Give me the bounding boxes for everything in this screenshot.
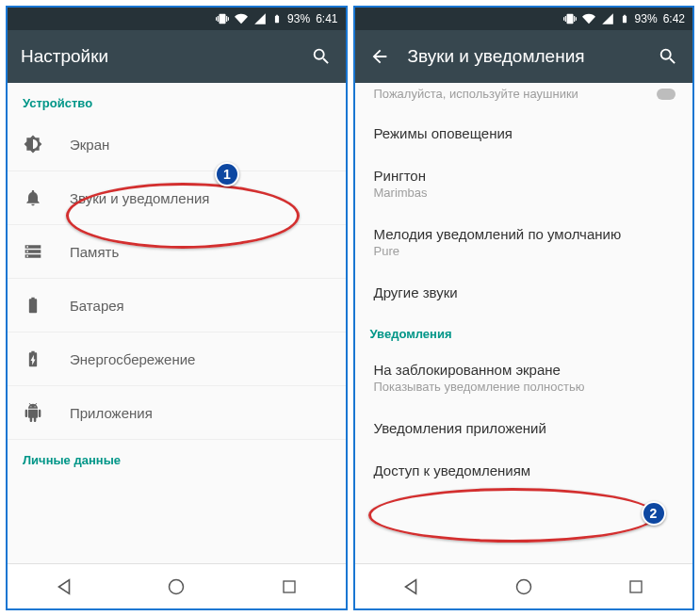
callout-badge-1: 1 bbox=[215, 162, 239, 186]
item-display[interactable]: Экран bbox=[8, 118, 346, 171]
item-storage[interactable]: Память bbox=[8, 225, 346, 279]
signal-icon bbox=[601, 12, 614, 25]
nav-recent[interactable] bbox=[276, 574, 302, 600]
vibrate-icon bbox=[216, 12, 229, 25]
item-notif-sound[interactable]: Мелодия уведомлений по умолчанию Pure bbox=[355, 213, 693, 271]
item-value: Marimbas bbox=[374, 186, 675, 200]
app-bar: Настройки bbox=[8, 30, 346, 83]
page-title: Звуки и уведомления bbox=[408, 46, 641, 67]
item-ringtone[interactable]: Рингтон Marimbas bbox=[355, 154, 693, 213]
svg-point-2 bbox=[516, 579, 530, 593]
powersave-icon bbox=[23, 349, 43, 368]
item-label: Уведомления приложений bbox=[374, 420, 675, 436]
section-notifications: Уведомления bbox=[355, 314, 693, 349]
status-bar: 93% 6:41 bbox=[8, 8, 346, 30]
item-label: Режимы оповещения bbox=[374, 125, 675, 141]
item-other-sounds[interactable]: Другие звуки bbox=[355, 271, 693, 314]
toggle-icon[interactable] bbox=[657, 89, 676, 100]
battery-icon bbox=[23, 296, 43, 315]
wifi-icon bbox=[582, 12, 595, 25]
phone-sound-settings: 93% 6:42 Звуки и уведомления Пожалуйста,… bbox=[353, 6, 695, 610]
item-label: Другие звуки bbox=[374, 284, 675, 300]
item-sound[interactable]: Звуки и уведомления bbox=[8, 171, 346, 225]
search-button[interactable] bbox=[657, 45, 679, 68]
bell-icon bbox=[23, 188, 43, 207]
clock: 6:42 bbox=[663, 12, 685, 25]
item-alert-modes[interactable]: Режимы оповещения bbox=[355, 112, 693, 154]
nav-home[interactable] bbox=[163, 574, 189, 600]
section-personal: Личные данные bbox=[8, 440, 346, 475]
battery-icon bbox=[620, 12, 629, 25]
battery-percent: 93% bbox=[287, 12, 310, 25]
storage-icon bbox=[23, 242, 43, 261]
page-title: Настройки bbox=[21, 46, 293, 67]
section-device: Устройство bbox=[8, 83, 346, 118]
item-label: Экран bbox=[70, 137, 109, 153]
item-label: На заблокированном экране bbox=[374, 362, 675, 378]
item-app-notifications[interactable]: Уведомления приложений bbox=[355, 407, 693, 449]
search-button[interactable] bbox=[310, 45, 333, 68]
nav-recent[interactable] bbox=[623, 574, 649, 600]
item-label: Приложения bbox=[70, 405, 153, 421]
nav-home[interactable] bbox=[511, 574, 537, 600]
item-lockscreen[interactable]: На заблокированном экране Показывать уве… bbox=[355, 349, 693, 407]
item-label: Память bbox=[70, 244, 119, 260]
signal-icon bbox=[253, 12, 267, 25]
item-label: Рингтон bbox=[374, 168, 675, 184]
back-button[interactable] bbox=[368, 45, 391, 68]
clock: 6:41 bbox=[316, 12, 337, 25]
phone-settings: 93% 6:41 Настройки Устройство Экран Звук… bbox=[6, 6, 348, 610]
svg-rect-3 bbox=[630, 581, 642, 592]
item-powersave[interactable]: Энергосбережение bbox=[8, 332, 346, 386]
svg-rect-1 bbox=[284, 581, 295, 592]
item-label: Батарея bbox=[70, 298, 124, 314]
item-label: Доступ к уведомлениям bbox=[374, 462, 675, 478]
item-label: Энергосбережение bbox=[70, 351, 195, 367]
vibrate-icon bbox=[563, 12, 577, 25]
item-label: Мелодия уведомлений по умолчанию bbox=[374, 226, 675, 242]
item-apps[interactable]: Приложения bbox=[8, 386, 346, 440]
svg-point-0 bbox=[170, 579, 184, 593]
partial-item: Пожалуйста, используйте наушники bbox=[355, 83, 693, 112]
nav-bar bbox=[8, 563, 346, 608]
item-notif-access[interactable]: Доступ к уведомлениям bbox=[355, 449, 693, 492]
item-value: Показывать уведомление полностью bbox=[374, 380, 675, 394]
settings-list: Устройство Экран Звуки и уведомления Пам… bbox=[8, 83, 346, 563]
nav-back[interactable] bbox=[398, 574, 424, 600]
nav-bar bbox=[355, 563, 693, 608]
nav-back[interactable] bbox=[51, 574, 77, 600]
display-icon bbox=[23, 135, 43, 154]
battery-percent: 93% bbox=[635, 12, 658, 25]
android-icon bbox=[23, 403, 43, 422]
battery-icon bbox=[272, 12, 282, 25]
item-battery[interactable]: Батарея bbox=[8, 279, 346, 332]
wifi-icon bbox=[235, 12, 248, 25]
item-label: Звуки и уведомления bbox=[70, 190, 209, 206]
sound-list: Пожалуйста, используйте наушники Режимы … bbox=[355, 83, 693, 563]
status-bar: 93% 6:42 bbox=[355, 8, 693, 30]
app-bar: Звуки и уведомления bbox=[355, 30, 693, 83]
callout-badge-2: 2 bbox=[642, 501, 666, 526]
item-value: Pure bbox=[374, 244, 675, 258]
